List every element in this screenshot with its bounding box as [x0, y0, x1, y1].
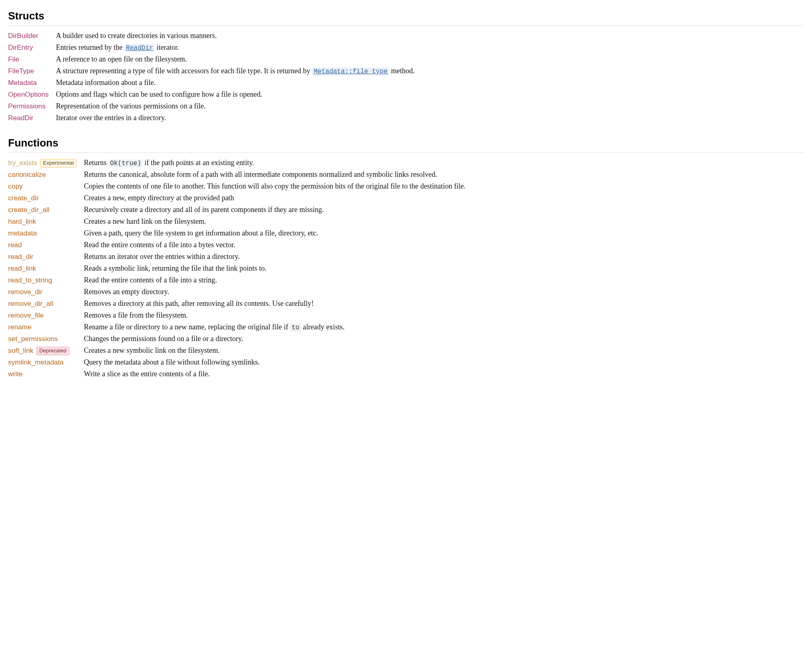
fn-link-rename[interactable]: rename — [8, 323, 32, 331]
table-row: remove_dir Removes an empty directory. — [8, 286, 804, 298]
structs-heading: Structs — [8, 8, 804, 26]
item-description: Changes the permissions found on a file … — [84, 333, 804, 345]
table-row: Metadata Metadata information about a fi… — [8, 77, 804, 89]
fn-link-remove-file[interactable]: remove_file — [8, 312, 44, 319]
table-row: DirBuilder A builder used to create dire… — [8, 30, 804, 42]
struct-link-filetype[interactable]: FileType — [8, 67, 34, 75]
item-description: Returns an iterator over the entries wit… — [84, 251, 804, 263]
table-row: File A reference to an open file on the … — [8, 53, 804, 65]
table-row: metadata Given a path, query the file sy… — [8, 227, 804, 239]
table-row: read_to_string Read the entire contents … — [8, 274, 804, 286]
item-description: Iterator over the entries in a directory… — [56, 112, 804, 124]
table-row: ReadDir Iterator over the entries in a d… — [8, 112, 804, 124]
item-description: Write a slice as the entire contents of … — [84, 368, 804, 380]
item-description: Query the metadata about a file without … — [84, 356, 804, 368]
table-row: set_permissions Changes the permissions … — [8, 333, 804, 345]
item-description: Read the entire contents of a file into … — [84, 274, 804, 286]
fn-link-create-dir[interactable]: create_dir — [8, 194, 39, 202]
fn-link-set-permissions[interactable]: set_permissions — [8, 335, 58, 343]
table-row: OpenOptions Options and flags which can … — [8, 89, 804, 100]
item-description: Returns Ok(true) if the path points at a… — [84, 157, 804, 169]
item-description: Representation of the various permission… — [56, 100, 804, 112]
table-row: create_dir Creates a new, empty director… — [8, 192, 804, 204]
desc-text: iterator. — [155, 43, 179, 51]
fn-link-remove-dir[interactable]: remove_dir — [8, 288, 43, 296]
functions-heading: Functions — [8, 135, 804, 153]
fn-link-copy[interactable]: copy — [8, 182, 23, 190]
fn-link-write[interactable]: write — [8, 370, 23, 378]
struct-link-metadata[interactable]: Metadata — [8, 79, 37, 87]
type-link-readdir[interactable]: ReadDir — [124, 43, 155, 51]
table-row: canonicalize Returns the canonical, abso… — [8, 169, 804, 180]
desc-text: method. — [389, 67, 415, 75]
desc-text: Rename a file or directory to a new name… — [84, 323, 290, 331]
item-description: Rename a file or directory to a new name… — [84, 321, 804, 333]
table-row: copy Copies the contents of one file to … — [8, 180, 804, 192]
item-description: Entries returned by the ReadDir iterator… — [56, 42, 804, 53]
desc-text: Entries returned by the — [56, 43, 124, 51]
struct-link-readdir[interactable]: ReadDir — [8, 114, 33, 122]
item-description: Options and flags which can be used to c… — [56, 89, 804, 100]
item-description: Creates a new symbolic link on the files… — [84, 345, 804, 356]
table-row: remove_dir_all Removes a directory at th… — [8, 298, 804, 310]
desc-text: A structure representing a type of file … — [56, 67, 312, 75]
item-description: Removes a directory at this path, after … — [84, 298, 804, 310]
item-description: Returns the canonical, absolute form of … — [84, 169, 804, 180]
item-description: Read the entire contents of a file into … — [84, 239, 804, 251]
struct-link-openoptions[interactable]: OpenOptions — [8, 91, 49, 98]
fn-link-read[interactable]: read — [8, 241, 22, 249]
table-row: rename Rename a file or directory to a n… — [8, 321, 804, 333]
fn-link-read-dir[interactable]: read_dir — [8, 253, 33, 261]
code-inline: to — [290, 324, 301, 332]
desc-text: Returns — [84, 159, 108, 167]
code-ref: ReadDir — [124, 44, 155, 52]
table-row: read_link Reads a symbolic link, returni… — [8, 263, 804, 274]
item-description: Creates a new, empty directory at the pr… — [84, 192, 804, 204]
structs-table: DirBuilder A builder used to create dire… — [8, 30, 804, 124]
table-row: soft_link Deprecated Creates a new symbo… — [8, 345, 804, 356]
item-description: Given a path, query the file system to g… — [84, 227, 804, 239]
item-description: Removes an empty directory. — [84, 286, 804, 298]
table-row: Permissions Representation of the variou… — [8, 100, 804, 112]
fn-link-metadata[interactable]: metadata — [8, 229, 37, 237]
table-row: read_dir Returns an iterator over the en… — [8, 251, 804, 263]
fn-link-read-link[interactable]: read_link — [8, 265, 36, 272]
table-row: DirEntry Entries returned by the ReadDir… — [8, 42, 804, 53]
item-description: Recursively create a directory and all o… — [84, 204, 804, 216]
code-inline: Ok(true) — [108, 159, 143, 168]
deprecated-badge: Deprecated — [36, 347, 69, 355]
fn-link-try-exists[interactable]: try_exists — [8, 159, 37, 167]
table-row: read Read the entire contents of a file … — [8, 239, 804, 251]
item-description: A builder used to create directories in … — [56, 30, 804, 42]
code-ref: Metadata::file_type — [312, 68, 389, 76]
experimental-badge: Experimental — [40, 159, 77, 168]
table-row: write Write a slice as the entire conten… — [8, 368, 804, 380]
item-description: Creates a new hard link on the filesyste… — [84, 216, 804, 227]
fn-link-symlink-metadata[interactable]: symlink_metadata — [8, 358, 64, 366]
fn-link-soft-link[interactable]: soft_link — [8, 347, 33, 354]
fn-link-canonicalize[interactable]: canonicalize — [8, 171, 46, 178]
functions-table: try_exists Experimental Returns Ok(true)… — [8, 157, 804, 380]
fn-link-create-dir-all[interactable]: create_dir_all — [8, 206, 49, 214]
table-row: create_dir_all Recursively create a dire… — [8, 204, 804, 216]
type-link-metadata-file-type[interactable]: Metadata::file_type — [312, 67, 389, 75]
table-row: symlink_metadata Query the metadata abou… — [8, 356, 804, 368]
item-description: A structure representing a type of file … — [56, 65, 804, 77]
desc-text: if the path points at an existing entity… — [142, 159, 254, 167]
item-description: Metadata information about a file. — [56, 77, 804, 89]
desc-text: already exists. — [301, 323, 344, 331]
fn-link-read-to-string[interactable]: read_to_string — [8, 276, 52, 284]
struct-link-permissions[interactable]: Permissions — [8, 102, 46, 110]
table-row: hard_link Creates a new hard link on the… — [8, 216, 804, 227]
item-description: Removes a file from the filesystem. — [84, 310, 804, 321]
fn-link-remove-dir-all[interactable]: remove_dir_all — [8, 300, 53, 307]
item-description: Reads a symbolic link, returning the fil… — [84, 263, 804, 274]
item-description: Copies the contents of one file to anoth… — [84, 180, 804, 192]
table-row: FileType A structure representing a type… — [8, 65, 804, 77]
item-description: A reference to an open file on the files… — [56, 53, 804, 65]
struct-link-dirbuilder[interactable]: DirBuilder — [8, 32, 38, 40]
fn-link-hard-link[interactable]: hard_link — [8, 218, 36, 225]
table-row: remove_file Removes a file from the file… — [8, 310, 804, 321]
struct-link-direntry[interactable]: DirEntry — [8, 44, 33, 51]
struct-link-file[interactable]: File — [8, 55, 19, 63]
